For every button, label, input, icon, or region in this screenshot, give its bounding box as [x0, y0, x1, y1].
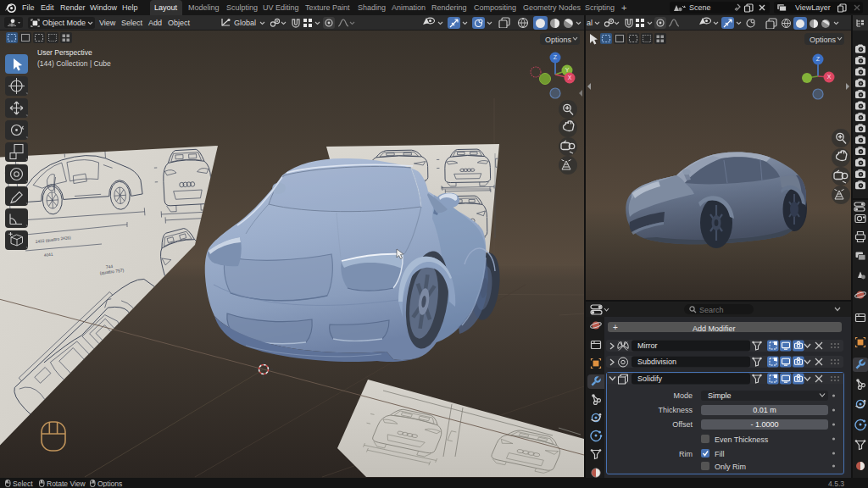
svg-text:Thickness: Thickness	[658, 406, 693, 414]
svg-text:Subdivision: Subdivision	[637, 358, 676, 366]
svg-text:Rotate View: Rotate View	[47, 480, 86, 487]
svg-text:Options: Options	[97, 480, 122, 487]
svg-text:0.01 m: 0.01 m	[753, 406, 776, 414]
svg-text:X: X	[827, 74, 832, 80]
svg-text:Fill: Fill	[715, 450, 725, 458]
svg-text:Mode: Mode	[673, 391, 693, 400]
svg-text:Options: Options	[810, 36, 837, 44]
svg-text:Solidify: Solidify	[637, 374, 663, 383]
svg-text:Rim: Rim	[679, 450, 693, 458]
svg-text:Simple: Simple	[708, 391, 732, 400]
svg-text:Even Thickness: Even Thickness	[715, 435, 769, 444]
svg-text:User Perspective: User Perspective	[37, 48, 92, 57]
svg-text:Z: Z	[816, 56, 821, 62]
svg-text:- 1.0000: - 1.0000	[750, 420, 778, 429]
svg-text:Mirror: Mirror	[637, 341, 658, 350]
svg-text:(144) Collection | Cube: (144) Collection | Cube	[37, 59, 111, 68]
svg-text:Select: Select	[13, 480, 33, 487]
svg-text:Only Rim: Only Rim	[715, 463, 746, 471]
svg-text:Options: Options	[545, 36, 572, 44]
svg-text:Offset: Offset	[672, 420, 693, 429]
